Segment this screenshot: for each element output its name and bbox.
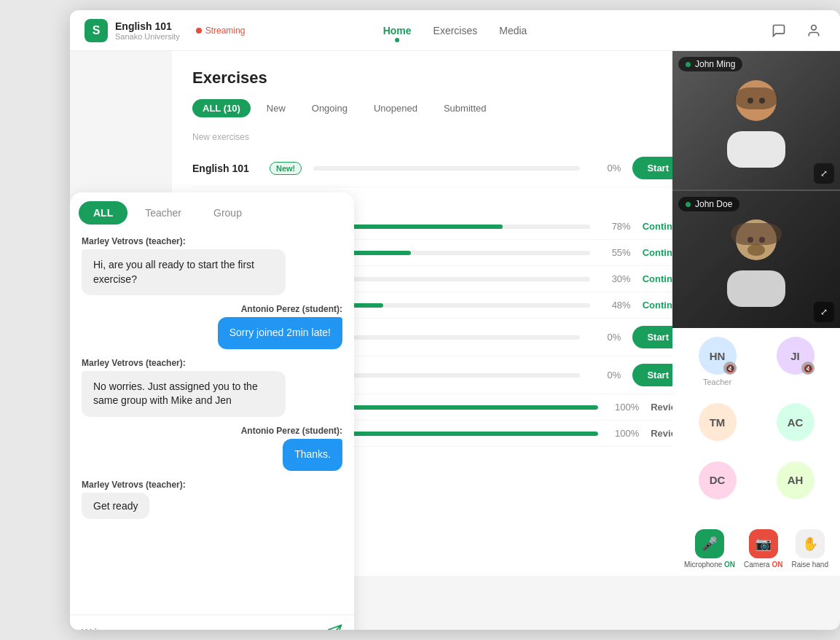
- avatars-grid: HN 🔇 Teacher JI 🔇 TM AC: [672, 328, 840, 522]
- filter-submitted[interactable]: Submitted: [433, 99, 497, 117]
- msg-sender-4: Antonio Perez (student):: [241, 426, 342, 436]
- msg-bubble-1: Hi, are you all ready to start the first…: [82, 249, 286, 295]
- chat-tab-all[interactable]: ALL: [79, 201, 127, 225]
- profile-icon[interactable]: [802, 19, 825, 42]
- avatar-initials-JI: JI: [790, 350, 800, 362]
- online-dot-1: [686, 62, 691, 67]
- filter-all[interactable]: ALL (10): [192, 99, 251, 117]
- new-badge: New!: [270, 162, 302, 175]
- navbar: S English 101 Sanako University Streamin…: [70, 10, 840, 51]
- camera-control[interactable]: 📷 Camera ON: [744, 529, 782, 569]
- app-window: S English 101 Sanako University Streamin…: [70, 10, 840, 630]
- avatar-initials-AH: AH: [788, 474, 804, 486]
- avatar-HN[interactable]: HN 🔇: [699, 337, 737, 375]
- online-dot-2: [686, 202, 691, 207]
- brand: S English 101 Sanako University Streamin…: [85, 19, 245, 42]
- msg-sender-3: Marley Vetrovs (teacher):: [82, 358, 342, 368]
- message-2: Antonio Perez (student): Sorry joined 2m…: [82, 304, 342, 349]
- chat-input[interactable]: [82, 627, 321, 630]
- avatar-cell-DC: DC: [681, 461, 753, 513]
- progress-pct-5: 0%: [592, 332, 621, 343]
- message-3: Marley Vetrovs (teacher): No worries. Ju…: [82, 358, 342, 417]
- avatar-cell-JI: JI 🔇: [759, 337, 831, 397]
- progress-pct-8: 100%: [610, 428, 639, 439]
- microphone-label: Microphone ON: [684, 561, 735, 569]
- send-button[interactable]: [328, 624, 342, 630]
- chat-input-area: [70, 614, 354, 630]
- progress-pct-4: 48%: [602, 300, 631, 311]
- chat-tab-group[interactable]: Group: [199, 201, 256, 225]
- avatar-cell-HN: HN 🔇 Teacher: [681, 337, 753, 397]
- avatar-JI[interactable]: JI 🔇: [777, 337, 815, 375]
- main-nav: Home Exercises Media: [383, 22, 527, 39]
- avatar-cell-TM: TM: [681, 403, 753, 455]
- progress-pct-1: 78%: [602, 221, 631, 232]
- message-5: Marley Vetrovs (teacher): Get ready: [82, 480, 342, 519]
- msg-bubble-5: Get ready: [82, 493, 149, 519]
- expand-video-2[interactable]: ⤢: [814, 302, 834, 322]
- filter-unopened[interactable]: Unopened: [364, 99, 428, 117]
- msg-bubble-4: Thanks.: [283, 439, 342, 471]
- camera-label: Camera ON: [744, 561, 782, 569]
- microphone-icon: 🎤: [695, 529, 724, 558]
- exercises-title: Exercises: [192, 69, 683, 87]
- avatar-initials-TM: TM: [710, 416, 726, 429]
- avatar-cell-AH: AH: [759, 461, 831, 513]
- raise-hand-control[interactable]: ✋ Raise hand: [791, 529, 828, 569]
- filter-ongoing[interactable]: Ongoing: [302, 99, 358, 117]
- avatar-DC[interactable]: DC: [699, 461, 737, 499]
- msg-sender-2: Antonio Perez (student):: [241, 304, 342, 314]
- video-feed-1: John Ming ⤢: [672, 51, 840, 190]
- avatar-initials-HN: HN: [710, 350, 726, 362]
- microphone-control[interactable]: 🎤 Microphone ON: [684, 529, 735, 569]
- exercise-name: English 101: [192, 163, 258, 174]
- camera-icon: 📷: [749, 529, 778, 558]
- filter-new[interactable]: New: [256, 99, 296, 117]
- video-name-2: John Doe: [678, 197, 739, 211]
- svg-rect-5: [734, 87, 778, 109]
- university-name: Sanako University: [115, 32, 180, 41]
- avatar-AH[interactable]: AH: [777, 461, 815, 499]
- mute-icon-JI: 🔇: [801, 362, 815, 375]
- messages-icon[interactable]: [767, 19, 790, 42]
- svg-point-10: [747, 244, 765, 256]
- person-svg-2: [720, 212, 793, 307]
- progress-pct: 0%: [592, 163, 621, 173]
- chat-sidebar: ALL Teacher Group Marley Vetrovs (teache…: [70, 192, 354, 630]
- progress-pct-2: 55%: [602, 247, 631, 258]
- video-name-1: John Ming: [678, 57, 742, 71]
- msg-bubble-3: No worries. Just assigned you to the sam…: [82, 371, 286, 417]
- app-title: English 101: [115, 20, 180, 32]
- video-feed-2: John Doe ⤢: [672, 190, 840, 328]
- avatar-initials-AC: AC: [788, 416, 804, 429]
- nav-home[interactable]: Home: [383, 22, 412, 39]
- progress-pct-6: 0%: [592, 370, 621, 381]
- msg-sender-1: Marley Vetrovs (teacher):: [82, 236, 342, 246]
- message-4: Antonio Perez (student): Thanks.: [82, 426, 342, 471]
- brand-text: English 101 Sanako University: [115, 20, 180, 41]
- avatar-AC[interactable]: AC: [777, 403, 815, 441]
- streaming-badge: Streaming: [196, 26, 246, 36]
- filter-tabs: ALL (10) New Ongoing Unopened Submitted: [192, 99, 683, 117]
- person1-name: John Ming: [695, 59, 735, 69]
- chat-tab-teacher[interactable]: Teacher: [130, 201, 196, 225]
- avatar-label-HN: Teacher: [703, 378, 731, 386]
- progress-pct-7: 100%: [610, 402, 639, 413]
- new-section-label: New exercises: [192, 132, 683, 142]
- nav-media[interactable]: Media: [499, 22, 527, 39]
- progress-bar: [313, 166, 580, 171]
- avatar-TM[interactable]: TM: [699, 403, 737, 441]
- avatar-cell-AC: AC: [759, 403, 831, 455]
- brand-logo: S: [85, 19, 108, 42]
- expand-video-1[interactable]: ⤢: [814, 163, 834, 184]
- chat-tabs: ALL Teacher Group: [70, 192, 354, 225]
- raise-hand-label: Raise hand: [791, 561, 828, 569]
- person2-name: John Doe: [695, 199, 732, 209]
- msg-sender-5: Marley Vetrovs (teacher):: [82, 480, 342, 490]
- svg-rect-7: [727, 270, 785, 307]
- exercise-row-new: English 101 New! 0% Start: [192, 149, 683, 187]
- streaming-dot: [196, 28, 202, 34]
- mute-icon-HN: 🔇: [723, 362, 737, 375]
- msg-bubble-2: Sorry joined 2min late!: [218, 317, 342, 349]
- nav-exercises[interactable]: Exercises: [433, 22, 478, 39]
